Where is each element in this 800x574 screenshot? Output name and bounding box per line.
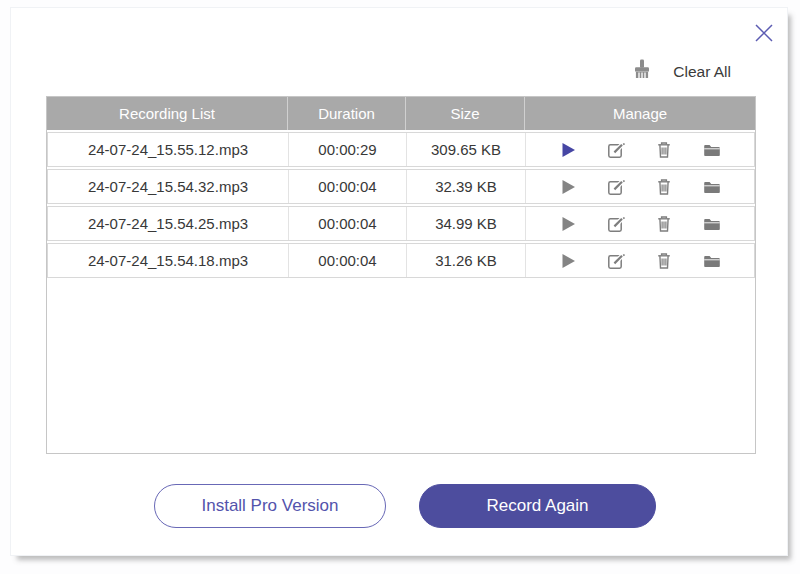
table-row: 24-07-24_15.55.12.mp3 00:00:29 309.65 KB	[47, 132, 755, 167]
record-again-button[interactable]: Record Again	[419, 484, 656, 528]
manage-cell	[525, 244, 754, 277]
play-icon	[558, 177, 578, 197]
recording-filename: 24-07-24_15.54.18.mp3	[48, 244, 288, 277]
table-row: 24-07-24_15.54.32.mp3 00:00:04 32.39 KB	[47, 169, 755, 204]
table-header: Recording List Duration Size Manage	[47, 97, 755, 130]
delete-button[interactable]	[654, 213, 675, 234]
open-folder-button[interactable]	[702, 139, 723, 160]
recordings-table: Recording List Duration Size Manage 24-0…	[46, 96, 756, 454]
table-body: 24-07-24_15.55.12.mp3 00:00:29 309.65 KB	[47, 132, 755, 278]
trash-icon	[654, 251, 674, 271]
table-row: 24-07-24_15.54.25.mp3 00:00:04 34.99 KB	[47, 206, 755, 241]
column-header-manage: Manage	[524, 97, 755, 130]
edit-icon	[606, 214, 626, 234]
close-icon	[753, 22, 775, 44]
recording-duration: 00:00:29	[288, 133, 406, 166]
recording-size: 31.26 KB	[406, 244, 525, 277]
manage-cell	[525, 170, 754, 203]
clear-all-label: Clear All	[673, 63, 731, 81]
edit-button[interactable]	[606, 213, 627, 234]
recording-filename: 24-07-24_15.54.32.mp3	[48, 170, 288, 203]
delete-button[interactable]	[654, 176, 675, 197]
recording-size: 34.99 KB	[406, 207, 525, 240]
folder-icon	[702, 251, 722, 271]
play-icon	[558, 251, 578, 271]
edit-button[interactable]	[606, 176, 627, 197]
recording-filename: 24-07-24_15.55.12.mp3	[48, 133, 288, 166]
recording-filename: 24-07-24_15.54.25.mp3	[48, 207, 288, 240]
recording-duration: 00:00:04	[288, 207, 406, 240]
folder-icon	[702, 214, 722, 234]
edit-icon	[606, 251, 626, 271]
trash-icon	[654, 177, 674, 197]
edit-button[interactable]	[606, 139, 627, 160]
play-button[interactable]	[558, 176, 579, 197]
manage-cell	[525, 207, 754, 240]
play-icon	[558, 140, 578, 160]
recording-duration: 00:00:04	[288, 170, 406, 203]
recording-duration: 00:00:04	[288, 244, 406, 277]
delete-button[interactable]	[654, 139, 675, 160]
play-button[interactable]	[558, 250, 579, 271]
trash-icon	[654, 140, 674, 160]
recording-size: 32.39 KB	[406, 170, 525, 203]
edit-icon	[606, 177, 626, 197]
column-header-recording-list: Recording List	[47, 97, 287, 130]
table-row: 24-07-24_15.54.18.mp3 00:00:04 31.26 KB	[47, 243, 755, 278]
column-header-duration: Duration	[287, 97, 405, 130]
open-folder-button[interactable]	[702, 250, 723, 271]
play-icon	[558, 214, 578, 234]
folder-icon	[702, 177, 722, 197]
recording-size: 309.65 KB	[406, 133, 525, 166]
edit-icon	[606, 140, 626, 160]
open-folder-button[interactable]	[702, 213, 723, 234]
broom-icon	[631, 59, 653, 84]
manage-cell	[525, 133, 754, 166]
edit-button[interactable]	[606, 250, 627, 271]
play-button[interactable]	[558, 139, 579, 160]
delete-button[interactable]	[654, 250, 675, 271]
recording-list-dialog: Clear All Recording List Duration Size M…	[10, 7, 788, 556]
clear-all-button[interactable]: Clear All	[631, 59, 731, 84]
play-button[interactable]	[558, 213, 579, 234]
open-folder-button[interactable]	[702, 176, 723, 197]
close-button[interactable]	[752, 21, 776, 45]
trash-icon	[654, 214, 674, 234]
column-header-size: Size	[405, 97, 524, 130]
install-pro-version-button[interactable]: Install Pro Version	[154, 484, 386, 528]
folder-icon	[702, 140, 722, 160]
